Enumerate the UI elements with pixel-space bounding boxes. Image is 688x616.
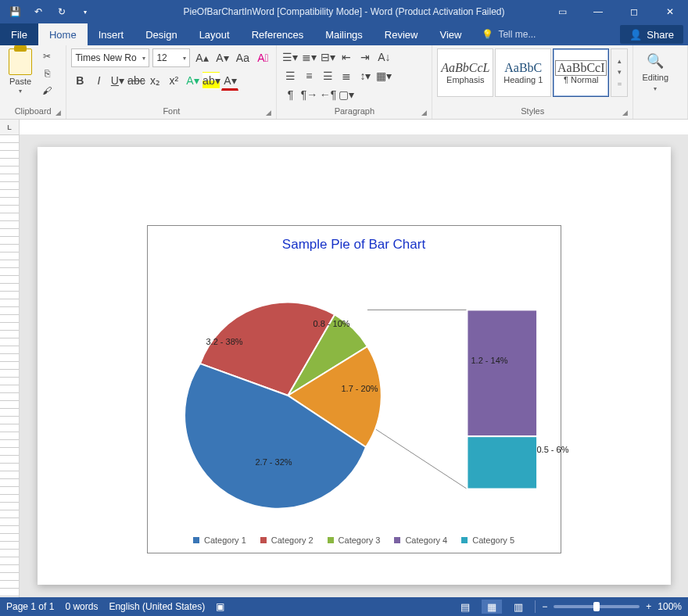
paste-button[interactable]: Paste ▾ [5, 48, 36, 98]
dialog-launcher-icon[interactable]: ◢ [622, 109, 628, 116]
share-button[interactable]: 👤 Share [620, 25, 683, 44]
tab-view[interactable]: View [428, 23, 472, 45]
svg-line-1 [365, 423, 466, 489]
style-emphasis[interactable]: AaBbCcL Emphasis [437, 48, 493, 97]
dialog-launcher-icon[interactable]: ◢ [266, 109, 271, 116]
legend-swatch [461, 537, 468, 543]
title-bar: 💾 ↶ ↻ ▾ PieOfBarChartInWord [Compatibili… [0, 0, 688, 23]
align-center-button[interactable]: ≡ [300, 67, 317, 84]
tab-layout[interactable]: Layout [188, 23, 241, 45]
status-language[interactable]: English (United States) [109, 601, 205, 612]
dialog-launcher-icon[interactable]: ◢ [421, 109, 427, 116]
print-layout-button[interactable]: ▦ [482, 600, 502, 614]
tab-home[interactable]: Home [38, 23, 88, 45]
zoom-level[interactable]: 100% [658, 601, 682, 612]
font-name-combobox[interactable]: Times New Ro ▾ [71, 48, 149, 67]
qat-customize-icon[interactable]: ▾ [75, 3, 95, 20]
bar-segment-category5[interactable] [467, 436, 537, 489]
legend-label: Category 3 [339, 535, 381, 545]
group-label-font: Font ◢ [71, 105, 271, 119]
subscript-button[interactable]: x₂ [146, 72, 163, 89]
legend-item-category4[interactable]: Category 4 [394, 535, 447, 545]
status-page[interactable]: Page 1 of 1 [6, 601, 54, 612]
tab-review[interactable]: Review [374, 23, 429, 45]
grow-font-button[interactable]: A▴ [193, 49, 210, 66]
legend-label: Category 1 [204, 535, 246, 545]
macro-recording-icon[interactable]: ▣ [216, 601, 224, 612]
legend-item-category5[interactable]: Category 5 [461, 535, 514, 545]
text-effects-button[interactable]: A▾ [184, 72, 201, 89]
bullets-button[interactable]: ☰▾ [281, 48, 299, 66]
clear-formatting-button[interactable]: A⃠ [254, 49, 271, 66]
sort-button[interactable]: A↓ [375, 48, 392, 66]
borders-button[interactable]: ▢▾ [338, 86, 355, 103]
align-left-button[interactable]: ☰ [281, 67, 299, 84]
read-mode-button[interactable]: ▤ [455, 600, 475, 614]
superscript-button[interactable]: x² [165, 72, 182, 89]
ribbon-display-icon[interactable]: ▭ [544, 0, 580, 23]
separator [535, 600, 536, 613]
bold-button[interactable]: B [71, 72, 88, 89]
rtl-button[interactable]: ←¶ [319, 86, 336, 103]
legend-swatch [193, 537, 199, 543]
tab-insert[interactable]: Insert [88, 23, 135, 45]
tab-file[interactable]: File [0, 23, 38, 45]
horizontal-ruler[interactable]: L [0, 120, 688, 136]
bar-segment-category4[interactable] [467, 310, 537, 436]
zoom-out-button[interactable]: − [542, 601, 547, 612]
format-painter-button[interactable]: 🖌 [39, 83, 55, 98]
styles-gallery-more[interactable]: ▴ ▾ ＝ [611, 48, 628, 97]
minimize-button[interactable]: — [580, 0, 616, 23]
copy-button[interactable]: ⎘ [39, 66, 55, 81]
dialog-launcher-icon[interactable]: ◢ [56, 109, 61, 116]
chart-object[interactable]: Sample Pie of Bar Chart [147, 225, 561, 553]
italic-button[interactable]: I [90, 72, 107, 89]
chevron-down-icon: ▾ [654, 85, 657, 92]
align-right-button[interactable]: ☰ [319, 67, 336, 84]
zoom-in-button[interactable]: + [646, 601, 651, 612]
shrink-font-button[interactable]: A▾ [213, 49, 231, 66]
cut-button[interactable]: ✂ [39, 48, 55, 64]
tab-references[interactable]: References [241, 23, 314, 45]
increase-indent-button[interactable]: ⇥ [357, 48, 374, 66]
undo-icon[interactable]: ↶ [28, 3, 48, 20]
tell-me-search[interactable]: 💡 Tell me... [472, 23, 545, 45]
tab-mailings[interactable]: Mailings [314, 23, 374, 45]
multilevel-list-button[interactable]: ⊟▾ [319, 48, 336, 66]
data-label-category1: 2.7 - 32% [256, 457, 292, 467]
close-button[interactable]: ✕ [652, 0, 688, 23]
justify-button[interactable]: ≣ [338, 67, 355, 84]
web-layout-button[interactable]: ▥ [508, 600, 529, 614]
editing-button[interactable]: 🔍 Editing ▾ [638, 48, 672, 95]
underline-button[interactable]: U▾ [109, 72, 126, 89]
tab-selector[interactable]: L [0, 120, 20, 135]
group-clipboard: Paste ▾ ✂ ⎘ 🖌 Clipboard ◢ [0, 45, 66, 119]
shading-button[interactable]: ▦▾ [375, 67, 392, 84]
strikethrough-button[interactable]: abc [127, 72, 145, 89]
highlight-button[interactable]: ab▾ [202, 72, 220, 89]
zoom-slider[interactable] [554, 605, 640, 608]
ltr-button[interactable]: ¶→ [300, 86, 317, 103]
change-case-button[interactable]: Aa [234, 49, 251, 66]
group-editing: 🔍 Editing ▾ [633, 45, 688, 119]
font-color-button[interactable]: A▾ [221, 72, 238, 91]
legend-item-category2[interactable]: Category 2 [260, 535, 314, 545]
style-heading1[interactable]: AaBbC Heading 1 [495, 48, 551, 97]
status-word-count[interactable]: 0 words [65, 601, 98, 612]
maximize-button[interactable]: ◻ [616, 0, 652, 23]
line-spacing-button[interactable]: ↕▾ [357, 67, 374, 84]
legend-item-category3[interactable]: Category 3 [328, 535, 381, 545]
save-icon[interactable]: 💾 [5, 3, 25, 20]
document-area[interactable]: Sample Pie of Bar Chart [20, 134, 688, 597]
vertical-ruler[interactable] [0, 134, 20, 597]
show-hide-button[interactable]: ¶ [281, 86, 299, 103]
font-size-combobox[interactable]: 12 ▾ [152, 48, 190, 67]
decrease-indent-button[interactable]: ⇤ [338, 48, 355, 66]
style-normal[interactable]: AaBbCcI ¶ Normal [553, 48, 609, 97]
group-paragraph: ☰▾ ≣▾ ⊟▾ ⇤ ⇥ A↓ ☰ ≡ ☰ ≣ ↕▾ ▦▾ ¶ ¶→ ←¶ ▢▾… [277, 45, 432, 119]
tab-design[interactable]: Design [134, 23, 188, 45]
style-preview: AaBbCcL [441, 61, 489, 75]
redo-icon[interactable]: ↻ [52, 3, 72, 20]
numbering-button[interactable]: ≣▾ [300, 48, 317, 66]
legend-item-category1[interactable]: Category 1 [193, 535, 246, 545]
